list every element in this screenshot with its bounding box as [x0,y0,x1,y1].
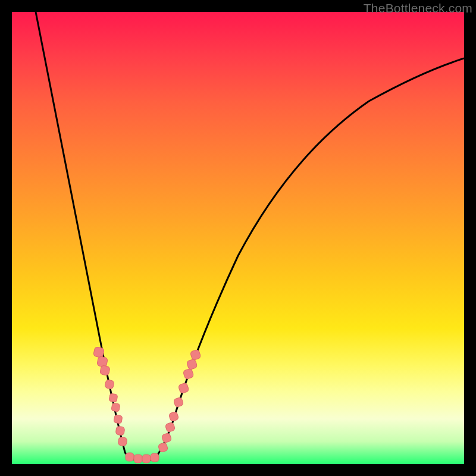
markers-right [158,349,201,453]
marker [183,368,194,380]
marker [186,359,198,370]
marker [134,455,142,463]
marker [173,397,184,408]
plot-area [12,12,464,464]
chart-frame [12,12,464,464]
marker [161,433,172,443]
marker [178,383,189,394]
marker [126,453,134,461]
markers-left [93,347,127,446]
markers-floor [126,453,159,463]
marker [151,453,159,462]
marker [99,365,110,376]
curve-right-branch [152,58,464,460]
marker [109,393,118,402]
marker [97,356,108,368]
marker [114,415,123,424]
curve-left-branch [36,12,137,460]
marker [111,403,120,412]
curve-layer [12,12,464,464]
marker [105,380,115,390]
marker [118,437,127,446]
marker [115,426,125,436]
marker [93,347,105,358]
marker [168,411,179,422]
marker [165,422,176,433]
marker [190,349,201,361]
watermark-text: TheBottleneck.com [364,1,472,15]
marker [142,455,151,463]
